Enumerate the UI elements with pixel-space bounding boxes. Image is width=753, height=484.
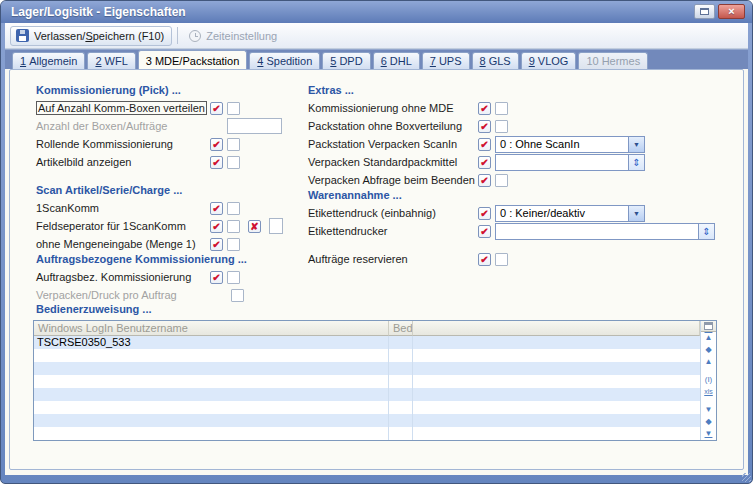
standardpackmittel-combo[interactable]: ⇕ (495, 154, 645, 171)
titlebar: Lager/Logisitk - Eigenschaften × (1, 1, 752, 23)
field-label: Feldseperator für 1ScanKomm (36, 220, 210, 232)
dialog-window: Lager/Logisitk - Eigenschaften × Verlass… (0, 0, 753, 484)
nav-page-up-icon[interactable]: ◆ (701, 344, 716, 356)
column-header-windows-login[interactable]: Windows LogIn Benutzername (34, 321, 389, 336)
cell-extra (413, 427, 700, 440)
apply-check-icon[interactable]: ✔ (478, 174, 491, 187)
cell-bediener (389, 336, 413, 349)
apply-check-icon[interactable]: ✔ (478, 120, 491, 133)
nav-first-icon[interactable]: ▲ (701, 332, 716, 344)
nav-info-icon[interactable]: (I) (701, 374, 716, 386)
checkbox[interactable] (495, 174, 508, 187)
section-title-warenannahme: Warenannahme ... (308, 189, 736, 204)
tab-spedition[interactable]: 4Spedition (249, 52, 320, 69)
table-row[interactable] (34, 375, 700, 388)
resize-grip[interactable] (742, 473, 751, 482)
tab-allgemein[interactable]: 1Allgemein (12, 52, 85, 69)
cell-extra (413, 414, 700, 427)
tab-dhl[interactable]: 6DHL (373, 52, 420, 69)
restore-button[interactable] (694, 4, 715, 19)
column-header-bediener[interactable]: Bedi (389, 321, 413, 336)
cell-extra (413, 349, 700, 362)
cell-login (34, 388, 389, 401)
checkbox[interactable] (495, 120, 508, 133)
time-setting-button: Zeiteinstellung (183, 26, 285, 46)
field-label: Verpacken/Druck pro Auftrag (36, 289, 210, 301)
checkbox[interactable] (495, 102, 508, 115)
checkbox[interactable] (227, 138, 240, 151)
nav-page-down-icon[interactable]: ◆ (701, 416, 716, 428)
tab-strip: 1Allgemein 2WFL 3MDE/Packstation 4Spedit… (5, 49, 748, 69)
table-row[interactable] (34, 388, 700, 401)
tab-mde-packstation[interactable]: 3MDE/Packstation (138, 50, 248, 69)
apply-check-icon[interactable]: ✔ (478, 156, 491, 169)
table-row[interactable] (34, 401, 700, 414)
apply-check-icon[interactable]: ✔ (478, 225, 491, 238)
table-row[interactable] (34, 414, 700, 427)
cell-login (34, 401, 389, 414)
checkbox[interactable] (227, 238, 240, 251)
tab-vlog[interactable]: 9VLOG (521, 52, 577, 69)
checkbox[interactable] (227, 220, 240, 233)
form-row: Verpacken Abfrage beim Beenden ✔ (308, 171, 736, 189)
window-controls: × (694, 4, 745, 19)
tab-wfl[interactable]: 2WFL (87, 52, 135, 69)
cell-bediener (389, 362, 413, 375)
apply-check-icon[interactable]: ✔ (210, 102, 223, 115)
chevron-down-icon[interactable]: ▼ (628, 206, 644, 221)
table-row[interactable]: TSCRSE0350_533 (34, 336, 700, 349)
nav-down-icon[interactable]: ▼ (701, 404, 716, 416)
table-row[interactable] (34, 349, 700, 362)
apply-check-icon[interactable]: ✔ (210, 238, 223, 251)
feldseparator-input[interactable] (269, 218, 283, 234)
save-exit-button[interactable]: Verlassen/Speichern (F10) (10, 26, 172, 46)
spinner-icon[interactable]: ⇕ (698, 224, 714, 239)
toolbar: Verlassen/Speichern (F10) Zeiteinstellun… (5, 23, 748, 49)
section-title-auftragsbezogene: Auftragsbezogene Kommissionierung ... (36, 253, 302, 268)
restore-icon (700, 8, 709, 15)
toolbar-separator (177, 27, 178, 44)
apply-check-icon[interactable]: ✔ (210, 156, 223, 169)
tab-ups[interactable]: 7UPS (422, 52, 470, 69)
apply-check-icon[interactable]: ✔ (210, 202, 223, 215)
close-button[interactable]: × (718, 4, 745, 19)
form-row: Verpacken Standardpackmittel ✔ ⇕ (308, 153, 736, 171)
checkbox[interactable] (495, 253, 508, 266)
nav-xls-export-icon[interactable]: xls (701, 386, 716, 398)
etikettendrucker-combo[interactable]: ⇕ (495, 223, 715, 240)
apply-check-icon[interactable]: ✔ (478, 138, 491, 151)
cell-bediener (389, 401, 413, 414)
column-header-empty (413, 321, 700, 336)
checkbox[interactable] (227, 202, 240, 215)
bediener-grid: Windows LogIn Benutzername Bedi TSCRSE03… (33, 320, 717, 441)
apply-check-icon[interactable]: ✔ (210, 138, 223, 151)
clock-icon (189, 30, 201, 42)
nav-up-icon[interactable]: ▲ (701, 356, 716, 368)
anzahl-boxen-input[interactable] (227, 118, 282, 134)
grid-corner-button[interactable] (701, 321, 716, 332)
form-row: Auf Anzahl Komm-Boxen verteilen ✔ (36, 99, 302, 117)
checkbox[interactable] (227, 271, 240, 284)
grid-main: Windows LogIn Benutzername Bedi TSCRSE03… (34, 321, 700, 440)
checkbox[interactable] (227, 156, 240, 169)
scanin-select[interactable]: 0 : Ohne ScanIn ▼ (495, 136, 645, 153)
chevron-down-icon[interactable]: ▼ (628, 137, 644, 152)
checkbox[interactable] (227, 102, 240, 115)
tab-dpd[interactable]: 5DPD (322, 52, 370, 69)
field-label: Aufträge reservieren (308, 253, 478, 265)
form-row: Anzahl der Boxen/Aufträge (36, 117, 302, 135)
cell-login (34, 375, 389, 388)
spinner-icon[interactable]: ⇕ (628, 155, 644, 170)
etikettendruck-select[interactable]: 0 : Keiner/deaktiv ▼ (495, 205, 645, 222)
apply-check-icon[interactable]: ✔ (478, 102, 491, 115)
nav-last-icon[interactable]: ▼ (701, 428, 716, 440)
apply-check-icon[interactable]: ✔ (478, 207, 491, 220)
clear-x-icon[interactable]: ✘ (248, 220, 261, 233)
table-row[interactable] (34, 362, 700, 375)
table-row[interactable] (34, 427, 700, 440)
apply-check-icon[interactable]: ✔ (210, 271, 223, 284)
tab-gls[interactable]: 8GLS (472, 52, 519, 69)
apply-check-icon[interactable]: ✔ (210, 220, 223, 233)
apply-check-icon[interactable]: ✔ (478, 253, 491, 266)
form-row: Feldseperator für 1ScanKomm ✔ ✘ (36, 217, 302, 235)
